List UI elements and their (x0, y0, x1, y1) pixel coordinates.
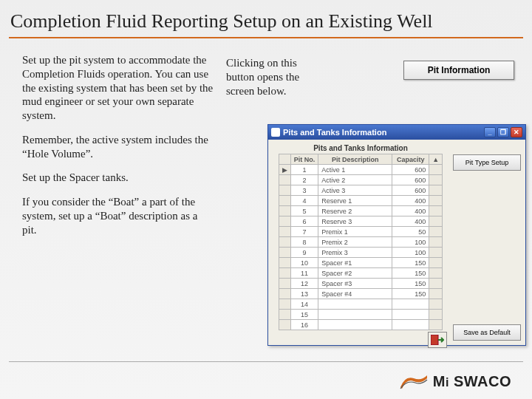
window-title: Pits and Tanks Information (283, 128, 386, 137)
scroll-track[interactable] (429, 310, 443, 320)
scroll-track[interactable] (429, 227, 443, 237)
cell-capacity[interactable] (392, 299, 429, 310)
maximize-button[interactable]: ❐ (497, 127, 509, 137)
scroll-track[interactable] (429, 299, 443, 310)
cell-pitno[interactable]: 15 (290, 310, 318, 320)
cell-capacity[interactable]: 150 (392, 279, 429, 289)
table-row[interactable]: 10Spacer #1150 (279, 258, 442, 268)
close-button[interactable]: ✕ (511, 127, 522, 137)
exit-icon[interactable] (428, 332, 447, 348)
minimize-button[interactable]: _ (484, 127, 496, 137)
table-row[interactable]: 15 (279, 310, 442, 320)
cell-capacity[interactable]: 600 (392, 165, 429, 175)
scroll-track[interactable] (429, 237, 443, 248)
cell-pitno[interactable]: 2 (290, 175, 318, 185)
cell-pitno[interactable]: 4 (290, 196, 318, 206)
cell-description[interactable]: Premix 2 (318, 237, 392, 248)
save-as-default-button[interactable]: Save as Default (453, 324, 521, 341)
cell-description[interactable]: Reserve 1 (318, 196, 392, 206)
row-marker (279, 299, 290, 310)
cell-description[interactable] (318, 320, 392, 330)
cell-description[interactable]: Spacer #1 (318, 258, 392, 268)
cell-capacity[interactable]: 400 (392, 196, 429, 206)
col-capacity[interactable]: Capacity (392, 154, 429, 165)
cell-description[interactable]: Reserve 3 (318, 216, 392, 227)
cell-description[interactable]: Premix 1 (318, 227, 392, 237)
table-row[interactable]: 7Premix 150 (279, 227, 442, 237)
scroll-track[interactable] (429, 258, 443, 268)
cell-description[interactable]: Spacer #2 (318, 268, 392, 279)
cell-pitno[interactable]: 11 (290, 268, 318, 279)
cell-capacity[interactable] (392, 320, 429, 330)
cell-pitno[interactable]: 6 (290, 216, 318, 227)
table-row[interactable]: ▶1Active 1600 (279, 165, 442, 175)
cell-capacity[interactable]: 50 (392, 227, 429, 237)
pit-type-setup-button[interactable]: Pit Type Setup (453, 154, 521, 171)
cell-description[interactable] (318, 299, 392, 310)
footer-rule (9, 361, 523, 362)
scroll-track[interactable] (429, 268, 443, 279)
cell-description[interactable]: Spacer #3 (318, 279, 392, 289)
scroll-track[interactable] (429, 196, 443, 206)
table-row[interactable]: 14 (279, 299, 442, 310)
scroll-track[interactable] (429, 279, 443, 289)
cell-description[interactable]: Spacer #4 (318, 289, 392, 299)
table-row[interactable]: 2Active 2600 (279, 175, 442, 185)
scroll-track[interactable] (429, 248, 443, 258)
scroll-track[interactable] (429, 320, 443, 330)
cell-capacity[interactable]: 150 (392, 268, 429, 279)
cell-capacity[interactable]: 600 (392, 175, 429, 185)
table-row[interactable]: 11Spacer #2150 (279, 268, 442, 279)
scroll-track[interactable] (429, 206, 443, 216)
paragraph-2: Remember, the active system includes the… (22, 133, 214, 161)
cell-description[interactable]: Active 2 (318, 175, 392, 185)
table-row[interactable]: 6Reserve 3400 (279, 216, 442, 227)
cell-capacity[interactable]: 150 (392, 289, 429, 299)
cell-pitno[interactable]: 14 (290, 299, 318, 310)
scroll-track[interactable] (429, 165, 443, 175)
cell-pitno[interactable]: 7 (290, 227, 318, 237)
cell-capacity[interactable] (392, 310, 429, 320)
cell-pitno[interactable]: 1 (290, 165, 318, 175)
cell-pitno[interactable]: 13 (290, 289, 318, 299)
cell-description[interactable]: Active 1 (318, 165, 392, 175)
cell-description[interactable]: Active 3 (318, 185, 392, 196)
cell-pitno[interactable]: 10 (290, 258, 318, 268)
scroll-track[interactable] (429, 175, 443, 185)
table-row[interactable]: 8Premix 2100 (279, 237, 442, 248)
scroll-track[interactable] (429, 185, 443, 196)
cell-pitno[interactable]: 9 (290, 248, 318, 258)
cell-pitno[interactable]: 8 (290, 237, 318, 248)
content-area: Set up the pit system to accommodate the… (0, 38, 532, 247)
table-row[interactable]: 12Spacer #3150 (279, 279, 442, 289)
cell-description[interactable] (318, 310, 392, 320)
cell-pitno[interactable]: 12 (290, 279, 318, 289)
table-row[interactable]: 16 (279, 320, 442, 330)
col-pitno[interactable]: Pit No. (290, 154, 318, 165)
table-row[interactable]: 3Active 3600 (279, 185, 442, 196)
cell-capacity[interactable]: 150 (392, 258, 429, 268)
cell-pitno[interactable]: 3 (290, 185, 318, 196)
table-row[interactable]: 4Reserve 1400 (279, 196, 442, 206)
row-marker (279, 320, 290, 330)
scroll-track[interactable] (429, 289, 443, 299)
pit-information-button[interactable]: Pit Information (403, 61, 514, 80)
cell-capacity[interactable]: 100 (392, 248, 429, 258)
cell-capacity[interactable]: 400 (392, 216, 429, 227)
table-row[interactable]: 5Reserve 2400 (279, 206, 442, 216)
grid-title: Pits and Tanks Information (313, 144, 408, 152)
cell-pitno[interactable]: 16 (290, 320, 318, 330)
scroll-track[interactable] (429, 216, 443, 227)
cell-description[interactable]: Premix 3 (318, 248, 392, 258)
cell-pitno[interactable]: 5 (290, 206, 318, 216)
cell-description[interactable]: Reserve 2 (318, 206, 392, 216)
cell-capacity[interactable]: 400 (392, 206, 429, 216)
table-row[interactable]: 13Spacer #4150 (279, 289, 442, 299)
cell-capacity[interactable]: 600 (392, 185, 429, 196)
cell-capacity[interactable]: 100 (392, 237, 429, 248)
window-titlebar[interactable]: Pits and Tanks Information _ ❐ ✕ (268, 125, 525, 140)
col-description[interactable]: Pit Description (318, 154, 392, 165)
row-marker (279, 279, 290, 289)
pits-table[interactable]: Pit No. Pit Description Capacity ▲ ▶1Act… (279, 154, 443, 330)
table-row[interactable]: 9Premix 3100 (279, 248, 442, 258)
